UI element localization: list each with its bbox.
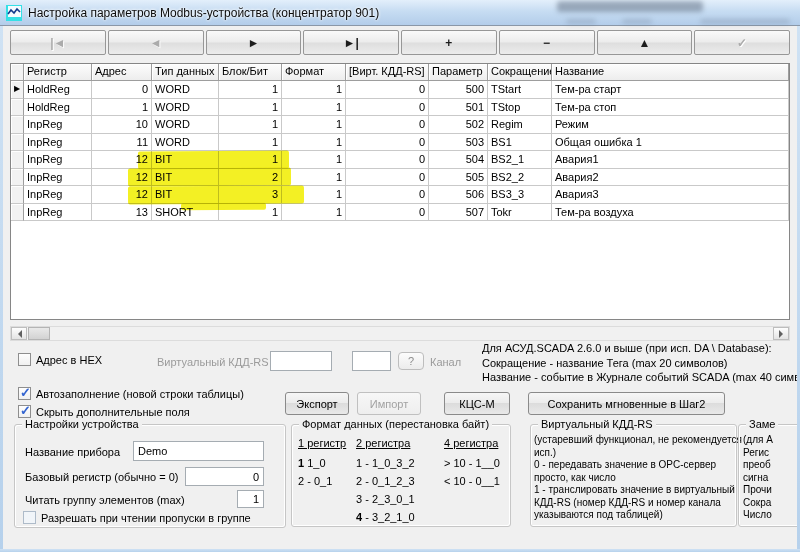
cell-8[interactable]: Тем-ра воздуха	[552, 204, 789, 222]
format-option[interactable]: 3 - 2_3_0_1	[356, 490, 415, 508]
cell-6[interactable]: 503	[429, 134, 488, 152]
scroll-left-button[interactable]	[11, 327, 27, 340]
cell-6[interactable]: 505	[429, 169, 488, 187]
autofill-checkbox[interactable]: Автозаполнение (новой строки таблицы)	[18, 387, 244, 400]
titlebar[interactable]: Настройка параметров Modbus-устройства (…	[0, 0, 800, 26]
cell-6[interactable]: 501	[429, 99, 488, 117]
cell-5[interactable]: 0	[346, 169, 429, 187]
table-row[interactable]: InpReg12BIT110504BS2_1Авария1	[11, 151, 789, 169]
channel-input[interactable]	[352, 351, 391, 371]
cell-2[interactable]: WORD	[152, 116, 219, 134]
nav-insert-button[interactable]: +	[401, 30, 497, 55]
cell-8[interactable]: Тем-ра стоп	[552, 99, 789, 117]
data-grid[interactable]: РегистрАдресТип данныхБлок/БитФормат[Вир…	[10, 63, 790, 320]
cell-7[interactable]: BS1	[488, 134, 552, 152]
scroll-right-button[interactable]	[773, 327, 789, 340]
read-group-input[interactable]	[237, 490, 264, 508]
cell-1[interactable]: 1	[92, 99, 152, 117]
nav-edit-button[interactable]: ▲	[597, 30, 693, 55]
cell-3[interactable]: 1	[219, 116, 282, 134]
cell-8[interactable]: Авария2	[552, 169, 789, 187]
cell-6[interactable]: 507	[429, 204, 488, 222]
cell-6[interactable]: 504	[429, 151, 488, 169]
cell-4[interactable]: 1	[282, 116, 346, 134]
allow-gaps-checkbox[interactable]: Разрешать при чтении пропуски в группе	[23, 511, 251, 524]
cell-7[interactable]: Regim	[488, 116, 552, 134]
cell-0[interactable]: InpReg	[24, 204, 92, 222]
cell-0[interactable]: InpReg	[24, 151, 92, 169]
cell-1[interactable]: 11	[92, 134, 152, 152]
cell-0[interactable]: InpReg	[24, 134, 92, 152]
cell-0[interactable]: InpReg	[24, 116, 92, 134]
format-option[interactable]: 1 - 1_0_3_2	[356, 454, 415, 472]
table-row[interactable]: InpReg10WORD110502RegimРежим	[11, 116, 789, 134]
cell-1[interactable]: 10	[92, 116, 152, 134]
save-instant-shag2-button[interactable]: Сохранить мгновенные в Шаг2	[528, 392, 725, 415]
cell-7[interactable]: BS2_2	[488, 169, 552, 187]
cell-2[interactable]: WORD	[152, 99, 219, 117]
base-register-input[interactable]	[185, 467, 264, 486]
table-row[interactable]: HoldReg1WORD110501TStopТем-ра стоп	[11, 99, 789, 117]
format-option[interactable]: 4 - 3_2_1_0	[356, 508, 415, 526]
cell-2[interactable]: WORD	[152, 81, 219, 99]
device-name-input[interactable]	[133, 441, 264, 461]
virtual-kdd-input[interactable]	[270, 351, 332, 371]
cell-5[interactable]: 0	[346, 99, 429, 117]
column-header-3[interactable]: Блок/Бит	[219, 64, 282, 81]
cell-4[interactable]: 1	[282, 81, 346, 99]
cell-6[interactable]: 506	[429, 186, 488, 204]
cell-5[interactable]: 0	[346, 186, 429, 204]
table-row[interactable]: ▶HoldReg0WORD110500TStartТем-ра старт	[11, 81, 789, 99]
cell-7[interactable]: Tokr	[488, 204, 552, 222]
hide-extra-fields-checkbox[interactable]: Скрыть дополнительные поля	[18, 405, 190, 418]
cell-8[interactable]: Общая ошибка 1	[552, 134, 789, 152]
kcsm-button[interactable]: КЦС-М	[444, 392, 510, 415]
help-button[interactable]: ?	[398, 352, 424, 370]
cell-8[interactable]: Авария3	[552, 186, 789, 204]
nav-first-button[interactable]: |◄	[10, 30, 106, 55]
cell-0[interactable]: InpReg	[24, 169, 92, 187]
nav-delete-button[interactable]: −	[499, 30, 595, 55]
import-button[interactable]: Импорт	[357, 392, 421, 415]
table-row[interactable]: InpReg13SHORT110507TokrТем-ра воздуха	[11, 204, 789, 222]
horizontal-scrollbar[interactable]	[10, 326, 790, 341]
cell-5[interactable]: 0	[346, 151, 429, 169]
format-option[interactable]: 2 - 0_1	[298, 472, 346, 490]
cell-4[interactable]: 1	[282, 151, 346, 169]
cell-8[interactable]: Режим	[552, 116, 789, 134]
cell-7[interactable]: TStart	[488, 81, 552, 99]
hex-address-checkbox[interactable]: Адрес в HEX	[18, 353, 102, 366]
cell-5[interactable]: 0	[346, 81, 429, 99]
column-header-1[interactable]: Адрес	[92, 64, 152, 81]
format-option[interactable]: > 10 - 1__0	[444, 454, 500, 472]
cell-8[interactable]: Авария1	[552, 151, 789, 169]
cell-5[interactable]: 0	[346, 134, 429, 152]
cell-3[interactable]: 1	[219, 99, 282, 117]
cell-6[interactable]: 500	[429, 81, 488, 99]
format-option[interactable]: < 10 - 0__1	[444, 472, 500, 490]
cell-0[interactable]: HoldReg	[24, 99, 92, 117]
cell-3[interactable]: 1	[219, 134, 282, 152]
scroll-thumb[interactable]	[28, 327, 50, 340]
cell-1[interactable]: 0	[92, 81, 152, 99]
nav-next-button[interactable]: ►	[206, 30, 302, 55]
cell-7[interactable]: BS3_3	[488, 186, 552, 204]
cell-5[interactable]: 0	[346, 116, 429, 134]
nav-post-button[interactable]: ✓	[694, 30, 790, 55]
cell-4[interactable]: 1	[282, 204, 346, 222]
export-button[interactable]: Экспорт	[285, 392, 349, 415]
column-header-6[interactable]: Параметр	[429, 64, 488, 81]
column-header-2[interactable]: Тип данных	[152, 64, 219, 81]
cell-4[interactable]: 1	[282, 169, 346, 187]
format-option[interactable]: 1 1_0	[298, 454, 346, 472]
cell-2[interactable]: WORD	[152, 134, 219, 152]
cell-0[interactable]: HoldReg	[24, 81, 92, 99]
cell-4[interactable]: 1	[282, 134, 346, 152]
column-header-5[interactable]: [Вирт. КДД-RS]	[346, 64, 429, 81]
table-row[interactable]: InpReg11WORD110503BS1Общая ошибка 1	[11, 134, 789, 152]
cell-3[interactable]: 1	[219, 81, 282, 99]
nav-last-button[interactable]: ►|	[303, 30, 399, 55]
format-option[interactable]: 2 - 0_1_2_3	[356, 472, 415, 490]
cell-7[interactable]: BS2_1	[488, 151, 552, 169]
nav-prior-button[interactable]: ◄	[108, 30, 204, 55]
